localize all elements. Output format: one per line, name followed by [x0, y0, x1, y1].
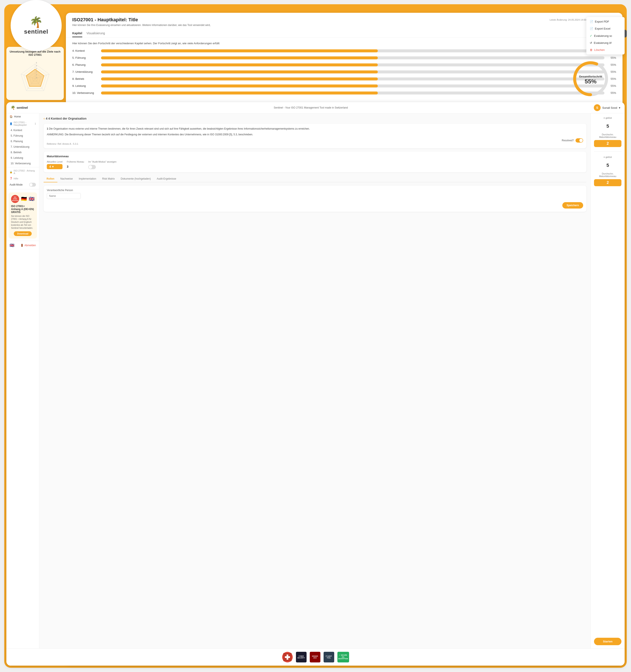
stat-value-0: 5 [594, 123, 622, 129]
current-level-value: 4 [49, 165, 51, 168]
refresh-icon: ↺ [590, 41, 592, 45]
dropdown-loschen[interactable]: 🗑 Löschen [586, 46, 625, 53]
badge-winner: WINNER2024 [310, 652, 320, 663]
progress-bar-fill-6 [101, 92, 378, 95]
tab-visualisierung[interactable]: Visualisierung [86, 30, 105, 37]
dropdown-eval-sc[interactable]: ✓ Evaluierung sc [586, 32, 625, 39]
logout-button[interactable]: 🚪 Abmelden [20, 244, 36, 247]
main-tabs: Kapitel Visualisierung [72, 30, 616, 37]
audit-mode-toggle[interactable] [29, 183, 36, 187]
sidebar-item-home[interactable]: 🏠 Home [6, 114, 39, 120]
export-pdf-label: Export PDF [595, 20, 609, 23]
progress-row-unterstutzung: 7. Unterstützung 55% [72, 70, 616, 73]
right-stats-panel: n gelöst 5 Durchschn. Maturitätsniveau 2… [590, 114, 625, 648]
help-label: Hilfe [14, 177, 18, 180]
tab-nachweise[interactable]: Nachweise [57, 175, 76, 182]
maturity-row: Aktuelles Level 4 ▾ Früheres Niveau 3 Im… [47, 161, 583, 169]
progress-row-leistung: 9. Leistung 55% [72, 84, 616, 88]
progress-pct-1: 55% [608, 56, 616, 59]
chevron-down-icon-maturity: ▾ [52, 165, 54, 168]
verantwortliche-label: Verantwortliche Person [47, 189, 583, 192]
dropdown-menu[interactable]: 📄 Export PDF 📄 Export Excel ✓ Evaluierun… [586, 17, 625, 54]
tab-audit-ergebnisse[interactable]: Audit-Ergebnisse [154, 175, 179, 182]
stat-value-2: 5 [594, 163, 622, 168]
sidebar-sub-betrieb[interactable]: 8. Betrieb [6, 150, 39, 155]
sidebar-sub-verbesserung[interactable]: 10. Verbesserung [6, 161, 39, 166]
svg-rect-23 [285, 656, 290, 658]
chapter-name-1: 5. Führung [72, 56, 98, 59]
user-avatar: S [594, 104, 601, 111]
requirement-card: 1 Die Organisation muss externe und inte… [44, 124, 586, 148]
save-button[interactable]: Speichern [562, 202, 583, 209]
footer-badges: CYBERSECURITY WINNER2024 IT AUDITTOOL ✓ … [6, 648, 625, 666]
stat-card-maturity-2: Durchschn. Maturitätsniveau 2 [594, 172, 622, 186]
sidebar-sub-unterstutzung[interactable]: 7. Unterstützung [6, 144, 39, 150]
promo-card: ISO27001★★★★★ 🇩🇪 🇬🇧 ISO 27001+ Anhang A … [8, 192, 37, 239]
doc-icon-pdf: 📄 [590, 20, 593, 23]
progress-bar-bg-3 [101, 70, 604, 73]
dropdown-export-pdf[interactable]: 📄 Export PDF [586, 18, 625, 25]
svg-text:Gesamtfortschritt: Gesamtfortschritt [579, 75, 602, 78]
maturity-col-current: Aktuelles Level 4 ▾ [47, 161, 62, 169]
user-menu[interactable]: S Sunali Sood ▾ [594, 104, 621, 111]
starten-button[interactable]: Starten [594, 638, 622, 645]
svg-text:2: 2 [36, 71, 37, 73]
trash-icon: 🗑 [590, 48, 592, 51]
svg-text:4: 4 [36, 65, 37, 67]
iso-main-label: ISO 27001 - Hauptkapitel [14, 121, 33, 126]
tab-implementation[interactable]: Implementation [76, 175, 99, 182]
sidebar-sub-fuhrung[interactable]: 5. Führung [6, 133, 39, 139]
sidebar-section-annex: 🔒 ISO 27002 - Anhang A [6, 168, 39, 176]
iso-badge-img: ISO27001★★★★★ [11, 195, 19, 203]
app-topbar: 🌴 sentinel Sentinel - Your ISO 27001 Man… [6, 102, 625, 114]
name-input[interactable] [47, 193, 81, 199]
app-body: 🏠 Home 👤 ISO 27001 - Hauptkapitel 1 4. K… [6, 114, 625, 648]
main-meta: ISO27001 - Hauptkapitel: Title Letzte Än… [72, 17, 616, 23]
tab-kapitel[interactable]: Kapitel [72, 30, 82, 37]
stat-value-3: 2 [594, 179, 622, 186]
logo-circle: 🌴 sentinel [10, 0, 62, 51]
main-content-area: ‹ 4 4 Kontext der Orgnaisation 1 Die Org… [39, 114, 590, 648]
maturity-title: Maturitätsniveau [47, 155, 583, 158]
req-text-1: 1 Die Organisation muss externe und inte… [47, 127, 583, 131]
earlier-level-label: Früheres Niveau [67, 161, 84, 163]
brand-name-app: sentinel [17, 106, 28, 110]
progress-bar-bg-5 [101, 85, 604, 88]
resolved-toggle[interactable] [576, 138, 583, 143]
current-level-badge[interactable]: 4 ▾ [47, 164, 62, 169]
brand-name: sentinel [24, 28, 48, 35]
dropdown-eval-of[interactable]: ↺ Evaluierung öf [586, 39, 625, 46]
lang-gb-icon[interactable]: 🇬🇧 [9, 243, 14, 248]
stat-label-3: Durchschn. Maturitätsniveau [594, 172, 622, 177]
sidebar-sub-leistung[interactable]: 9. Leistung [6, 155, 39, 161]
audit-mode-label: Audit-Mode [9, 183, 23, 186]
sidebar-section-help[interactable]: ❓ Hilfe [6, 176, 39, 181]
progress-bar-fill-0 [101, 49, 378, 52]
brand-palm-icon: 🌴 [10, 105, 15, 110]
tab-risk-matrix[interactable]: Risk Matrix [99, 175, 118, 182]
content-tabs: Rollen Nachweise Implementation Risk Mat… [44, 175, 586, 182]
download-button[interactable]: Download [14, 231, 32, 236]
chapter-name-4: 8. Betrieb [72, 77, 98, 80]
progress-intro: Hier können Sie den Fortschritt der vers… [72, 42, 616, 45]
last-change: Letzte Änderung: 24.05.2024 14:00 [550, 19, 586, 21]
tab-dokumente[interactable]: Dokumente (hochgeladen) [118, 175, 154, 182]
audit-mode-maturity-toggle[interactable] [88, 165, 96, 169]
progress-bar-fill-1 [101, 56, 378, 59]
annex-label: ISO 27002 - Anhang A [14, 169, 36, 174]
progress-bar-fill-2 [101, 64, 378, 66]
back-arrow-icon[interactable]: ‹ [44, 117, 45, 120]
progress-bar-fill-4 [101, 77, 378, 80]
sidebar-section-iso: 👤 ISO 27001 - Hauptkapitel 1 [6, 120, 39, 127]
sidebar-sub-kontext[interactable]: 4. Kontext [6, 127, 39, 133]
dropdown-export-excel[interactable]: 📄 Export Excel [586, 25, 625, 32]
audit-mode-row: Audit-Mode [6, 181, 39, 188]
brand-area: 🌴 sentinel [10, 105, 28, 110]
home-icon: 🏠 [9, 115, 13, 118]
sidebar-sub-planung[interactable]: 6. Planung [6, 139, 39, 144]
tab-rollen[interactable]: Rollen [44, 175, 57, 182]
badge-swiss [282, 652, 293, 663]
progress-bar-fill-3 [101, 70, 378, 73]
sub-text: Hier können Sie Ihre Evaluierung einsehe… [72, 24, 616, 27]
user-name: Sunali Sood [602, 106, 617, 110]
